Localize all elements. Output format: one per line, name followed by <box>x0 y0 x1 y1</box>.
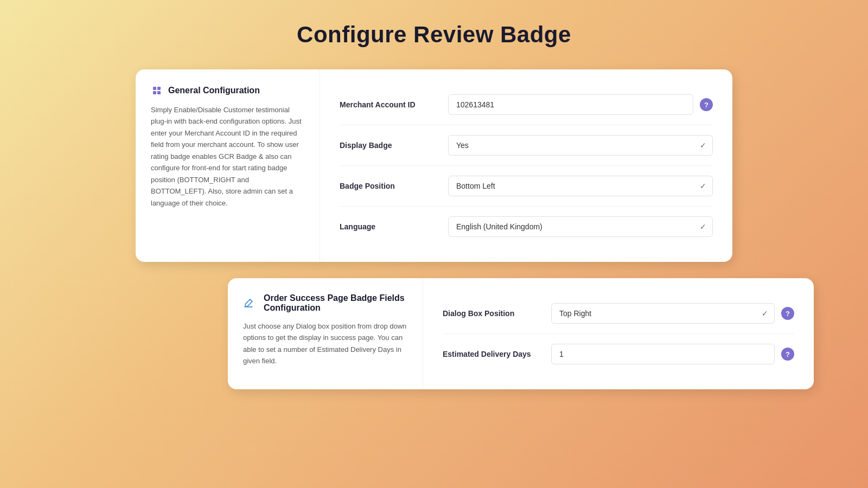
badge-position-select[interactable]: Bottom Left Bottom Right Top Left Top Ri… <box>448 176 713 196</box>
order-success-card: Order Success Page Badge Fields Configur… <box>228 278 814 389</box>
merchant-account-row: Merchant Account ID ? <box>340 85 713 125</box>
delivery-days-label: Estimated Delivery Days <box>443 350 551 358</box>
svg-rect-2 <box>153 91 156 94</box>
general-config-icon <box>151 85 163 97</box>
badge-position-label: Badge Position <box>340 182 448 190</box>
general-config-left: General Configuration Simply Enable/Disa… <box>136 69 320 262</box>
badge-position-row: Badge Position Bottom Left Bottom Right … <box>340 166 713 207</box>
delivery-days-help-icon[interactable]: ? <box>781 348 794 361</box>
delivery-days-input[interactable] <box>551 344 775 364</box>
order-success-title: Order Success Page Badge Fields Configur… <box>264 293 407 313</box>
merchant-account-label: Merchant Account ID <box>340 100 448 109</box>
svg-rect-3 <box>157 91 161 94</box>
svg-rect-0 <box>153 87 156 90</box>
dialog-position-row: Dialog Box Position Top Right Top Left B… <box>443 293 794 334</box>
language-field: English (United Kingdom) English (United… <box>448 216 713 237</box>
dialog-position-field: Top Right Top Left Bottom Right Bottom L… <box>551 303 775 324</box>
language-row: Language English (United Kingdom) Englis… <box>340 207 713 247</box>
display-badge-row: Display Badge Yes No ✓ <box>340 125 713 166</box>
order-success-left: Order Success Page Badge Fields Configur… <box>228 278 423 389</box>
order-success-header: Order Success Page Badge Fields Configur… <box>243 293 407 313</box>
language-label: Language <box>340 222 448 231</box>
general-config-description: Simply Enable/Disable Customer testimoni… <box>151 104 304 209</box>
badge-position-field: Bottom Left Bottom Right Top Left Top Ri… <box>448 176 713 196</box>
order-success-icon <box>243 297 254 309</box>
merchant-account-field: ? <box>448 94 713 115</box>
order-success-description: Just choose any Dialog box position from… <box>243 320 407 367</box>
dialog-position-help-icon[interactable]: ? <box>781 307 794 320</box>
delivery-days-field: ? <box>551 344 794 364</box>
general-config-right: Merchant Account ID ? Display Badge Yes … <box>320 69 732 262</box>
display-badge-field: Yes No ✓ <box>448 135 713 156</box>
general-config-card: General Configuration Simply Enable/Disa… <box>136 69 732 262</box>
order-success-right: Dialog Box Position Top Right Top Left B… <box>423 278 814 389</box>
merchant-account-input[interactable] <box>448 94 693 115</box>
svg-rect-1 <box>157 87 161 90</box>
general-config-header: General Configuration <box>151 85 304 97</box>
page-title: Configure Review Badge <box>297 22 571 48</box>
language-select[interactable]: English (United Kingdom) English (United… <box>448 216 713 237</box>
general-config-title: General Configuration <box>168 86 260 95</box>
dialog-position-label: Dialog Box Position <box>443 309 551 318</box>
display-badge-label: Display Badge <box>340 141 448 150</box>
delivery-days-row: Estimated Delivery Days ? <box>443 334 794 374</box>
dialog-position-select[interactable]: Top Right Top Left Bottom Right Bottom L… <box>551 303 775 324</box>
merchant-account-help-icon[interactable]: ? <box>700 98 713 111</box>
display-badge-select[interactable]: Yes No <box>448 135 713 156</box>
